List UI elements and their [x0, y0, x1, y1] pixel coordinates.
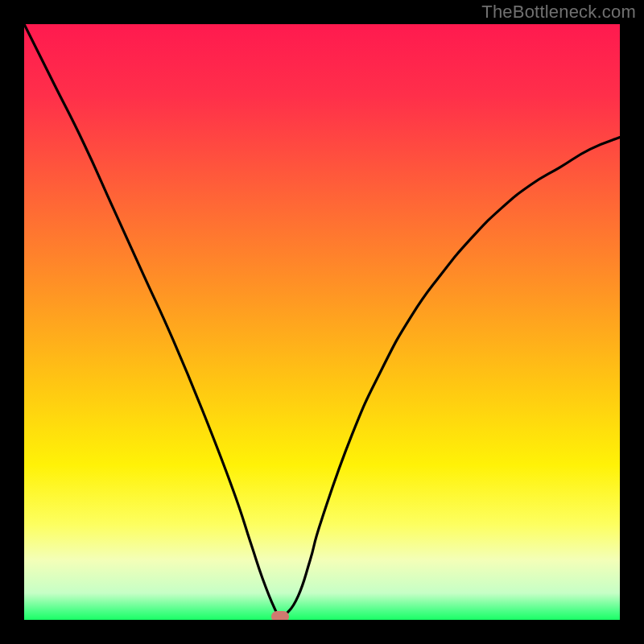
plot-area	[24, 24, 620, 620]
curve-path	[24, 24, 620, 618]
watermark-text: TheBottleneck.com	[481, 2, 636, 23]
chart-frame: TheBottleneck.com	[0, 0, 644, 644]
optimal-point-marker	[271, 611, 289, 620]
bottleneck-curve	[24, 24, 620, 620]
